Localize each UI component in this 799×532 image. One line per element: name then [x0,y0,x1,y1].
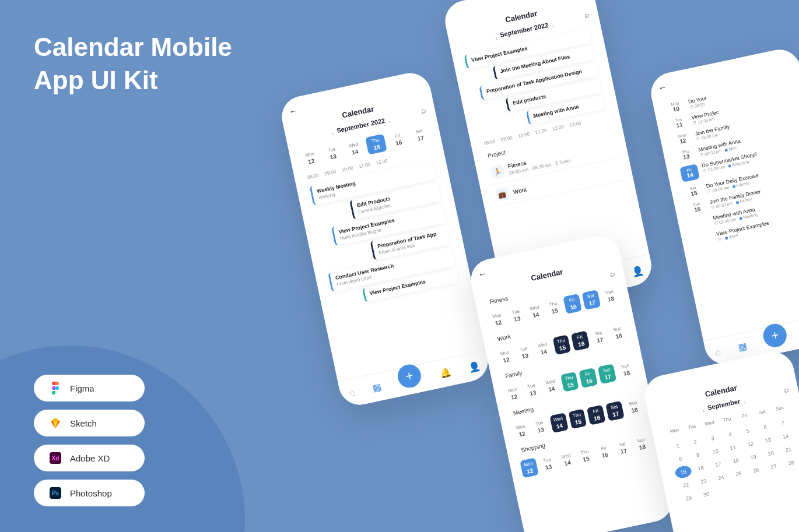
day-cell[interactable]: Wed14 [344,138,366,159]
pill-figma: Figma [34,375,145,401]
calendar-day[interactable]: 11 [724,441,742,455]
day-cell[interactable]: Tue13 [523,380,542,400]
calendar-day[interactable]: 20 [762,446,780,460]
calendar-day[interactable]: 22 [677,478,695,492]
day-cell[interactable]: Sat17 [614,438,633,458]
calendar-day[interactable]: 10 [706,444,724,459]
calendar-day[interactable]: 8 [671,452,689,466]
calendar-day[interactable]: 23 [695,474,713,488]
day-cell[interactable]: Mon12 [496,347,516,367]
calendar-day[interactable]: 12 [741,436,759,451]
calendar-day[interactable]: 30 [698,487,716,502]
day-cell[interactable]: Thu15 [552,334,572,355]
day-cell[interactable]: Fri16 [587,405,606,425]
day-cell[interactable]: Thu15 [576,446,595,466]
day-cell[interactable]: Sun18 [609,323,628,343]
day-cell[interactable]: Sun18 [632,434,651,455]
day-cell[interactable]: Fri16 [579,368,598,388]
day-cell[interactable]: Thu15 [560,372,580,392]
day-cell[interactable]: Mon12 [512,421,531,441]
calendar-day[interactable]: 15 [674,464,692,479]
calendar-day[interactable]: 1 [668,438,686,453]
calendar-day[interactable]: 28 [782,456,799,470]
calendar-day[interactable]: 21 [779,442,797,457]
back-icon[interactable]: ← [476,268,488,280]
calendar-day[interactable]: 7 [774,416,792,431]
calendar-day[interactable]: 6 [756,420,775,434]
day-cell[interactable]: Fri16 [571,330,590,351]
back-icon[interactable]: ← [288,105,299,117]
calendar-day[interactable]: 19 [744,450,762,464]
day-cell[interactable]: Sat17 [605,401,625,421]
day-cell[interactable]: Wed14 [558,450,577,470]
calendar-day[interactable]: 13 [759,433,777,448]
chevron-right-icon[interactable]: › [743,399,747,405]
day-cell[interactable]: Mon12 [300,147,322,168]
chevron-left-icon[interactable]: ‹ [495,34,498,41]
user-icon[interactable]: 👤 [468,360,482,374]
calendar-day[interactable]: 2 [686,435,704,449]
day-cell[interactable]: Tue13 [515,343,534,363]
fitness-icon: 🏃 [490,164,505,179]
day-cell[interactable]: Fri16 [387,129,409,150]
calendar-day[interactable]: 4 [721,427,739,442]
calendar-day[interactable]: 9 [689,448,707,462]
day-cell[interactable]: Wed14 [549,413,569,433]
chevron-left-icon[interactable]: ‹ [702,407,706,414]
day-cell[interactable]: Thu15 [545,298,564,318]
add-fab[interactable]: + [395,362,423,389]
calendar-day[interactable]: 16 [692,461,710,475]
add-fab[interactable]: + [761,321,789,348]
day-cell[interactable]: Mon12 [520,458,539,478]
day-cell[interactable]: Tue13 [531,417,550,437]
pill-label: Photoshop [70,488,112,498]
calendar-day[interactable]: 5 [739,424,757,438]
day-cell[interactable]: Sat17 [598,364,617,384]
day-cell[interactable]: Sun18 [625,397,644,417]
calendar-icon[interactable]: ▦ [737,340,748,353]
pill-label: Figma [70,383,94,393]
svg-point-0 [55,386,59,390]
pill-xd: Xd Adobe XD [34,445,145,471]
day-cell-active[interactable]: Thu15 [365,134,387,155]
day-cell[interactable]: Thu15 [568,408,587,429]
day-cell[interactable]: Tue13 [538,454,558,474]
calendar-day[interactable]: 27 [765,459,783,474]
phone-mockup-timeline: ← Calendar ⌕ ‹September 2022› Mon12 Tue1… [278,69,492,408]
calendar-day[interactable]: 25 [730,467,748,481]
day-cell[interactable]: Fri16 [563,294,583,314]
calendar-day[interactable]: 26 [747,463,765,477]
back-icon[interactable]: ← [657,82,668,94]
chevron-right-icon[interactable]: › [388,118,391,124]
home-icon[interactable]: ⌂ [348,387,356,399]
day-cell[interactable]: Mon12 [488,309,507,330]
day-cell[interactable]: Sun18 [616,360,636,380]
calendar-icon[interactable]: ▦ [372,381,383,394]
home-icon[interactable]: ⌂ [714,346,721,358]
calendar-day[interactable]: 18 [727,453,745,468]
day-cell[interactable]: Wed14 [541,376,560,396]
calendar-day[interactable]: 14 [776,429,794,444]
work-icon: 💼 [495,186,510,202]
sketch-icon [49,417,62,429]
day-cell[interactable]: Wed14 [534,339,553,359]
user-icon[interactable]: 👤 [631,265,645,278]
chevron-right-icon[interactable]: › [551,22,555,29]
calendar-day[interactable]: 24 [712,470,730,485]
calendar-day[interactable]: 29 [679,491,698,505]
day-cell[interactable]: Mon12 [504,383,523,404]
day-cell[interactable]: Sun18 [601,286,620,306]
day-cell[interactable]: Wed14 [525,302,545,322]
day-cell[interactable]: Tue13 [507,305,526,326]
bell-icon[interactable]: 🔔 [439,367,453,380]
day-cell[interactable]: Tue13 [321,143,344,164]
day-cell[interactable]: Fri16 [595,442,614,462]
page-title: Calendar Mobile App UI Kit [34,30,232,97]
day-cell[interactable]: Sat17 [590,327,609,347]
day-cell[interactable]: Sat17 [409,125,431,146]
tool-pills: Figma Sketch Xd Adobe XD Ps Photoshop [34,375,145,506]
chevron-left-icon[interactable]: ‹ [331,130,335,136]
calendar-day[interactable]: 17 [709,457,727,472]
calendar-day[interactable]: 3 [703,431,721,446]
day-cell[interactable]: Sat17 [582,290,601,310]
